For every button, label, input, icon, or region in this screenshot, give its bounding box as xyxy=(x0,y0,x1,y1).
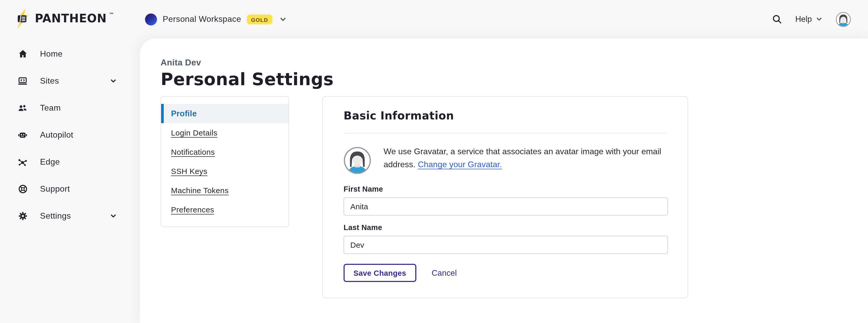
search-icon[interactable] xyxy=(772,14,782,24)
life-ring-icon xyxy=(17,184,28,194)
settings-content: Profile Login Details Notifications SSH … xyxy=(161,96,868,298)
sidebar-item-edge[interactable]: Edge xyxy=(0,149,140,175)
workspace-avatar xyxy=(145,13,157,25)
chevron-down-icon[interactable] xyxy=(110,77,117,85)
workspace-name: Personal Workspace xyxy=(163,14,241,24)
settings-nav-machine-tokens[interactable]: Machine Tokens xyxy=(161,181,288,200)
basic-information-card: Basic Information We u xyxy=(322,96,688,298)
change-gravatar-link[interactable]: Change your Gravatar. xyxy=(418,160,502,169)
logo-wordmark: PANTHEON xyxy=(35,7,107,31)
settings-nav-notifications[interactable]: Notifications xyxy=(161,142,288,162)
sites-icon xyxy=(17,76,28,86)
robot-icon xyxy=(17,130,28,140)
home-icon xyxy=(17,49,28,59)
user-avatar[interactable] xyxy=(836,12,851,27)
sidebar-item-settings[interactable]: Settings xyxy=(0,202,140,229)
team-icon xyxy=(17,103,28,113)
settings-nav-preferences[interactable]: Preferences xyxy=(161,200,288,219)
page-title: Personal Settings xyxy=(161,69,868,89)
cancel-link[interactable]: Cancel xyxy=(432,268,457,278)
chevron-down-icon[interactable] xyxy=(110,213,117,220)
first-name-field-group: First Name xyxy=(344,185,667,216)
sidebar-item-home[interactable]: Home xyxy=(0,40,140,67)
form-actions: Save Changes Cancel xyxy=(344,264,667,282)
chevron-down-icon[interactable] xyxy=(279,15,287,23)
sidebar: Home Sites xyxy=(0,38,140,229)
user-name-heading: Anita Dev xyxy=(161,58,868,67)
main-panel: Anita Dev Personal Settings Profile Logi… xyxy=(140,38,868,323)
first-name-label: First Name xyxy=(344,185,667,193)
card-title: Basic Information xyxy=(344,109,667,122)
last-name-label: Last Name xyxy=(344,223,667,232)
last-name-input[interactable] xyxy=(344,236,668,254)
settings-nav-profile[interactable]: Profile xyxy=(161,104,288,123)
pantheon-logo: PANTHEON ™ xyxy=(14,7,114,31)
settings-nav-ssh-keys[interactable]: SSH Keys xyxy=(161,162,288,181)
logo-trademark: ™ xyxy=(110,7,114,22)
sidebar-item-autopilot[interactable]: Autopilot xyxy=(0,122,140,149)
plan-badge: GOLD xyxy=(247,14,272,24)
help-label: Help xyxy=(795,14,812,24)
gravatar-description: We use Gravatar, a service that associat… xyxy=(383,145,667,171)
last-name-field-group: Last Name xyxy=(344,223,667,254)
help-menu[interactable]: Help xyxy=(795,14,823,24)
gear-icon xyxy=(17,211,28,221)
divider xyxy=(344,133,667,133)
app-root: PANTHEON ™ Personal Workspace GOLD Help xyxy=(0,0,868,323)
gravatar-avatar xyxy=(344,144,371,177)
chevron-down-icon xyxy=(815,15,823,23)
pantheon-bolt-icon xyxy=(14,7,32,31)
edge-network-icon xyxy=(17,157,28,167)
top-bar: PANTHEON ™ Personal Workspace GOLD Help xyxy=(0,0,868,38)
settings-nav-card: Profile Login Details Notifications SSH … xyxy=(161,96,289,227)
sidebar-item-sites[interactable]: Sites xyxy=(0,67,140,95)
save-changes-button[interactable]: Save Changes xyxy=(344,264,416,282)
first-name-input[interactable] xyxy=(344,197,668,216)
workspace-switcher[interactable]: Personal Workspace GOLD xyxy=(145,0,287,38)
gravatar-row: We use Gravatar, a service that associat… xyxy=(344,144,667,177)
settings-nav-login-details[interactable]: Login Details xyxy=(161,123,288,142)
sidebar-item-support[interactable]: Support xyxy=(0,175,140,202)
top-bar-actions: Help xyxy=(772,0,851,38)
sidebar-item-team[interactable]: Team xyxy=(0,95,140,122)
